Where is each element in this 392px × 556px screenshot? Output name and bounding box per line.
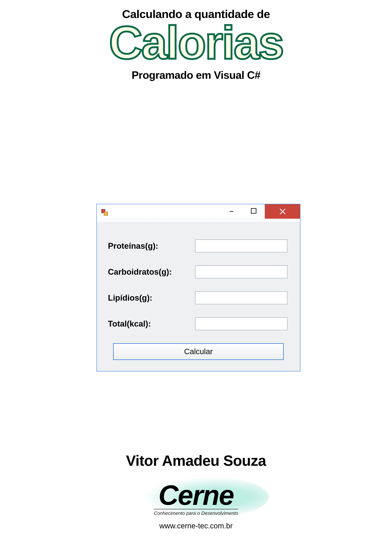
minimize-button[interactable]: – [220,204,243,218]
cover-subtitle: Programado em Visual C# [0,69,392,81]
publisher-logo: Cerne Conhecimento para o Desenvolviment… [154,482,238,516]
calculate-button[interactable]: Calcular [113,343,284,360]
maximize-icon [251,208,257,214]
row-lipids: Lipídios(g): [108,291,289,304]
label-proteins: Proteínas(g): [108,241,195,251]
window-controls: – [220,204,300,223]
publisher-url: www.cerne-tec.com.br [0,522,392,530]
close-icon [279,208,286,215]
label-lipids: Lipídios(g): [108,293,195,302]
cover-header: Calculando a quantidade de Calorias Prog… [0,8,392,81]
close-button[interactable] [265,204,300,219]
logo-tagline: Conhecimento para o Desenvolvimento [154,509,238,516]
row-proteins: Proteínas(g): [108,239,289,252]
input-carbs[interactable] [195,265,287,278]
form-body: Proteínas(g): Carboidratos(g): Lipídios(… [97,223,300,371]
cover-title: Calorias [0,19,392,67]
logo-text: Cerne [154,482,238,508]
maximize-button[interactable] [243,204,265,218]
cover-footer: Vitor Amadeu Souza Cerne Conhecimento pa… [0,452,392,530]
window-titlebar[interactable]: – [97,204,300,223]
minimize-icon: – [229,207,234,215]
row-carbs: Carboidratos(g): [108,265,289,278]
label-total: Total(kcal): [108,319,195,328]
label-carbs: Carboidratos(g): [108,267,195,277]
winforms-app-icon [101,209,110,218]
author-name: Vitor Amadeu Souza [0,452,392,469]
input-total[interactable] [195,317,287,330]
input-lipids[interactable] [195,291,287,304]
input-proteins[interactable] [195,239,287,252]
row-total: Total(kcal): [108,317,289,330]
calories-form-window: – Proteínas(g): Carboidratos(g): Lipídio… [96,204,300,371]
